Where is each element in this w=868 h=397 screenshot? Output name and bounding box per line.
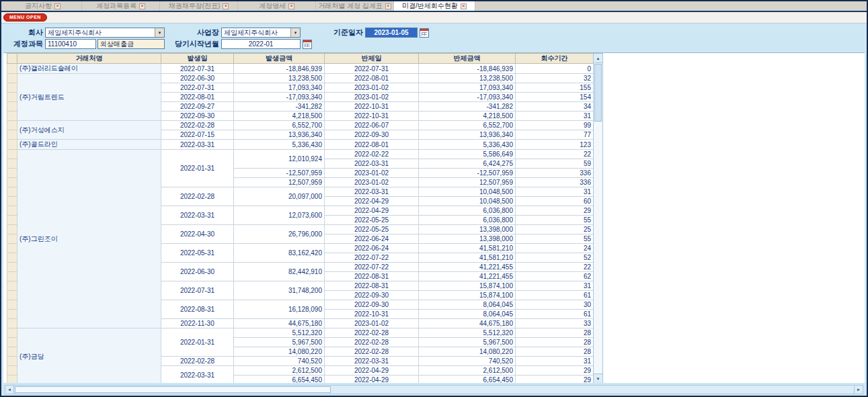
cell-occur-amount[interactable]: 17,093,340 [234,83,325,93]
cell-settle-amount[interactable]: 15,874,100 [419,291,516,300]
cell-occur-amount[interactable]: -341,282 [234,102,325,112]
row-indicator[interactable] [7,319,17,328]
cell-occur-amount[interactable]: 12,010,924 [234,150,325,169]
cell-occur-amount[interactable]: 20,097,000 [234,187,325,206]
row-indicator[interactable] [7,93,17,102]
row-indicator[interactable] [7,74,17,83]
row-indicator[interactable] [7,206,17,216]
scroll-right-icon[interactable]: ► [854,386,863,394]
cell-settle-amount[interactable]: 2,612,500 [419,366,516,376]
cell-collection-days[interactable]: 31 [516,357,594,366]
cell-settle-amount[interactable]: 13,398,000 [419,225,516,234]
row-indicator[interactable] [7,253,17,263]
row-indicator[interactable] [7,216,17,225]
cell-collection-days[interactable]: 25 [516,225,594,234]
cell-customer[interactable]: (주)그린조이 [17,150,161,328]
cell-settle-amount[interactable]: 13,398,000 [419,234,516,244]
cell-occur-amount[interactable]: 6,552,700 [234,121,325,130]
cell-settle-date[interactable]: 2022-10-31 [325,102,419,112]
cell-occur-date[interactable]: 2022-04-30 [161,225,234,244]
row-indicator[interactable] [7,225,17,234]
cell-settle-date[interactable]: 2022-04-29 [325,376,419,384]
row-indicator[interactable] [7,83,17,93]
cell-occur-date[interactable]: 2022-09-30 [161,112,234,121]
cell-settle-date[interactable]: 2022-08-01 [325,140,419,150]
cell-settle-amount[interactable]: 5,967,500 [419,338,516,347]
cell-collection-days[interactable]: 29 [516,206,594,216]
cell-settle-date[interactable]: 2022-07-22 [325,263,419,272]
cell-settle-date[interactable]: 2022-02-28 [325,328,419,338]
cell-occur-amount[interactable]: 31,748,200 [234,281,325,300]
menu-open-button[interactable]: MENU OPEN [3,13,47,21]
cell-settle-date[interactable]: 2022-02-28 [325,347,419,357]
cell-settle-date[interactable]: 2022-08-31 [325,272,419,281]
cell-collection-days[interactable]: 33 [516,319,594,328]
cell-settle-amount[interactable]: 15,874,100 [419,281,516,291]
cell-occur-date[interactable]: 2022-02-28 [161,121,234,130]
cell-occur-date[interactable]: 2022-06-30 [161,263,234,281]
row-indicator[interactable] [7,140,17,150]
cell-collection-days[interactable]: 32 [516,74,594,83]
cell-settle-date[interactable]: 2022-02-28 [325,338,419,347]
cell-settle-date[interactable]: 2022-08-01 [325,74,419,83]
vertical-scrollbar[interactable]: ▲ ▼ [593,53,603,383]
cell-collection-days[interactable]: 52 [516,253,594,263]
row-indicator[interactable] [7,347,17,357]
cell-settle-date[interactable]: 2022-09-30 [325,291,419,300]
row-indicator[interactable] [7,64,17,74]
cell-settle-date[interactable]: 2022-07-22 [325,253,419,263]
cell-occur-date[interactable]: 2022-03-31 [161,140,234,150]
cell-occur-date[interactable]: 2022-02-28 [161,357,234,366]
account-name-field[interactable]: 외상매출금 [97,39,165,49]
tab-close-icon[interactable]: ✕ [223,3,229,9]
row-indicator[interactable] [7,281,17,291]
cell-settle-date[interactable]: 2022-07-31 [325,64,419,74]
cell-occur-amount[interactable]: -17,093,340 [234,93,325,102]
row-indicator[interactable] [7,338,17,347]
cell-occur-date[interactable]: 2022-03-31 [161,366,234,384]
cell-collection-days[interactable]: 55 [516,234,594,244]
row-indicator[interactable] [7,263,17,272]
cell-settle-amount[interactable]: 44,675,180 [419,319,516,328]
tab-item[interactable]: 계정과목등록 ✕ [82,1,160,11]
cell-settle-date[interactable]: 2023-01-02 [325,169,419,178]
cell-occur-amount[interactable]: 5,512,320 [234,328,325,338]
cell-settle-amount[interactable]: 13,238,500 [419,74,516,83]
cell-settle-date[interactable]: 2022-06-07 [325,121,419,130]
cell-settle-amount[interactable]: -17,093,340 [419,93,516,102]
row-indicator[interactable] [7,178,17,187]
cell-collection-days[interactable]: 28 [516,328,594,338]
tab-close-icon[interactable]: ✕ [461,3,467,9]
cell-occur-date[interactable]: 2022-05-31 [161,244,234,263]
row-indicator[interactable] [7,376,17,384]
cell-settle-amount[interactable]: 6,036,800 [419,206,516,216]
cell-occur-amount[interactable]: -12,507,959 [234,169,325,178]
row-indicator[interactable] [7,291,17,300]
cell-settle-date[interactable]: 2022-05-25 [325,225,419,234]
tab-close-icon[interactable]: ✕ [288,3,294,9]
cell-occur-amount[interactable]: 12,507,959 [234,178,325,187]
cell-occur-date[interactable]: 2022-07-31 [161,83,234,93]
cell-settle-date[interactable]: 2022-09-30 [325,130,419,140]
cell-settle-amount[interactable]: 41,221,455 [419,272,516,281]
cell-settle-date[interactable]: 2022-03-31 [325,187,419,197]
cell-settle-amount[interactable]: 5,586,649 [419,150,516,159]
cell-settle-amount[interactable]: 8,064,045 [419,300,516,310]
cell-settle-date[interactable]: 2022-04-29 [325,206,419,216]
cell-occur-amount[interactable]: 82,442,910 [234,263,325,281]
cell-collection-days[interactable]: 31 [516,112,594,121]
cell-occur-amount[interactable]: 13,936,340 [234,130,325,140]
cell-occur-date[interactable]: 2022-02-28 [161,187,234,206]
cell-occur-amount[interactable]: 5,336,430 [234,140,325,150]
tab-item[interactable]: 거래처별 계정 집계표 ✕ [316,1,394,11]
cell-collection-days[interactable]: 55 [516,216,594,225]
calendar-icon[interactable] [420,28,429,38]
cell-settle-date[interactable]: 2023-01-02 [325,83,419,93]
horizontal-scrollbar[interactable]: ◄ ► [5,385,863,394]
cell-settle-amount[interactable]: -18,846,939 [419,64,516,74]
cell-collection-days[interactable]: 336 [516,178,594,187]
cell-collection-days[interactable]: 24 [516,244,594,253]
cell-settle-date[interactable]: 2022-08-31 [325,281,419,291]
row-indicator[interactable] [7,366,17,376]
cell-collection-days[interactable]: 28 [516,338,594,347]
